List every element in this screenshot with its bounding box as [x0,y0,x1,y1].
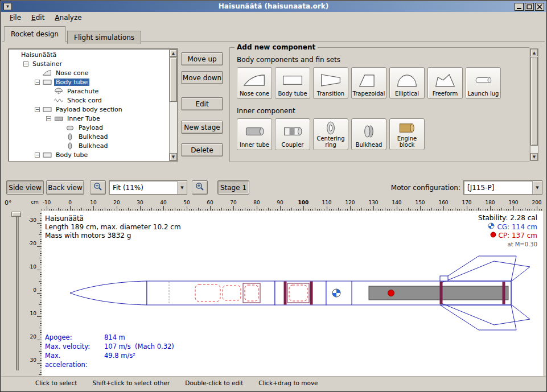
add-coupler-button[interactable]: Coupler [275,118,310,150]
close-icon [537,4,542,10]
edit-button[interactable]: Edit [181,97,223,110]
tree-item-bulkhead[interactable]: Bulkhead [9,141,168,150]
tree-item-body-tube[interactable]: −Body tube [9,77,168,86]
add-engine-block-button[interactable]: Engine block [389,118,425,150]
add-bulkhead-button[interactable]: Bulkhead [351,118,386,150]
scroll-up-button[interactable]: ▲ [530,49,538,56]
add-trapezoidal-button[interactable]: Trapezoidal [351,67,386,99]
scroll-up-button[interactable]: ▲ [170,49,177,57]
chevron-down-icon[interactable]: ▼ [532,181,542,194]
zoom-in-button[interactable] [192,180,208,195]
move-down-button[interactable]: Move down [181,71,223,84]
add-centering-ring-button[interactable]: Centering ring [313,118,348,150]
tab-flight-simulations[interactable]: Flight simulations [67,31,141,44]
add-transition-button[interactable]: Transition [313,67,348,99]
stability-value: Stability: 2.28 cal [478,214,537,222]
tree-item-nose-cone[interactable]: Nose cone [9,68,168,77]
svg-text:80: 80 [253,200,260,205]
svg-text:180: 180 [485,200,495,205]
add-elliptical-button[interactable]: Elliptical [389,67,425,99]
tree-item-sustainer[interactable]: −Sustainer [9,59,168,68]
engine-block-icon [396,121,418,135]
body-tube-icon [281,69,304,90]
tree-expander-icon[interactable]: − [23,61,28,67]
tree-item-payload-body-section[interactable]: −Payload body section [9,105,168,114]
tree-scrollbar[interactable]: ▲ ▼ [169,49,178,161]
add-component-scrollbar[interactable]: ▲ ▼ [530,48,538,161]
zoom-select[interactable]: Fit (11%) ▼ [109,180,187,195]
tree-item-shock-cord[interactable]: Shock cord [9,96,168,105]
maximize-button[interactable] [525,3,534,11]
tree-item-label: Inner Tube [65,115,102,122]
tree-item-body-tube[interactable]: −Body tube [9,150,168,159]
tree-item-parachute[interactable]: Parachute [9,86,168,96]
motor-configuration-select[interactable]: [J115-P] ▼ [463,180,542,195]
tree-action-buttons: Move upMove downEditNew stageDelete [181,52,223,156]
svg-text:140: 140 [392,200,401,205]
new-stage-button[interactable]: New stage [181,121,223,134]
menu-item-file[interactable]: File [5,12,26,23]
svg-text:200: 200 [532,200,541,205]
svg-text:-10: -10 [43,200,51,205]
scroll-down-button[interactable]: ▼ [170,153,177,160]
tree-item-bulkhead[interactable]: Bulkhead [9,132,168,141]
scrollbar-thumb[interactable] [530,57,538,146]
menu-item-analyze[interactable]: Analyze [50,12,87,23]
stability-info: Stability: 2.28 cal CG: 114 cm CP: 137 c… [478,214,537,249]
add-launch-lug-button[interactable]: Launch lug [466,67,501,99]
title-bar[interactable]: ▾ Haisunäätä (haisunaata.ork) [1,1,546,12]
rocket-mass: Mass with motors 3832 g [45,232,181,240]
svg-text:120: 120 [345,200,355,205]
svg-text:20: 20 [113,200,120,205]
add-freeform-button[interactable]: Freeform [427,67,463,99]
scrollbar-thumb[interactable] [170,57,177,102]
minimize-button[interactable] [515,3,524,11]
status-hint: Click+drag to move [258,379,318,386]
component-tree[interactable]: Haisunäätä−SustainerNose cone−Body tubeP… [8,48,178,162]
tab-rocket-design[interactable]: Rocket design [4,26,65,42]
add-component-title: Add new component [235,43,318,51]
add-nose-cone-button[interactable]: Nose cone [237,67,272,99]
tree-item-label: Nose cone [54,69,90,77]
svg-text:110: 110 [322,200,331,205]
menu-item-edit[interactable]: Edit [26,12,50,23]
svg-text:190: 190 [508,200,518,205]
tree-item-inner-tube[interactable]: −Inner Tube [9,114,168,123]
stage-1-toggle[interactable]: Stage 1 [217,180,249,195]
tree-expander-icon[interactable]: − [35,80,40,85]
zoom-out-button[interactable] [90,180,106,195]
tube-coupler-icon [54,160,64,162]
add-body-tube-button[interactable]: Body tube [275,67,310,99]
rotation-slider[interactable] [16,212,19,370]
svg-text:40: 40 [160,200,167,205]
rotation-slider-handle[interactable] [11,212,21,217]
side-view-button[interactable]: Side view [6,180,44,195]
svg-text:-20: -20 [29,241,36,246]
tree-item-tube-coupler[interactable]: Tube coupler [9,159,168,162]
tree-item-payload[interactable]: Payload [9,123,168,132]
rocket-canvas[interactable]: Haisunäätä Length 189 cm, max. diameter … [42,211,543,376]
close-button[interactable] [535,3,544,11]
status-bar: Click to selectShift+click to select oth… [1,376,546,391]
svg-text:30: 30 [30,357,37,363]
tree-expander-icon[interactable]: − [35,152,40,158]
add-inner-tube-button[interactable]: Inner tube [237,118,272,150]
body-tube-icon [42,151,52,159]
tree-expander-icon[interactable]: − [35,107,40,112]
flight-info-row: Max. velocity:107 m/s (Mach 0.32) [45,342,174,351]
flight-info-row: Max. acceleration:49.8 m/s² [45,351,174,369]
cp-value: CP: 137 cm [499,232,537,240]
tree-item-label: Bulkhead [77,133,109,141]
launch-lug[interactable] [440,276,448,281]
delete-button[interactable]: Delete [181,143,223,156]
back-view-button[interactable]: Back view [46,180,84,195]
tree-expander-icon[interactable]: − [46,116,51,121]
scroll-down-button[interactable]: ▼ [530,153,538,160]
tree-item-haisunäätä[interactable]: Haisunäätä [9,50,168,59]
tree-item-label: Shock cord [65,97,104,104]
svg-text:90: 90 [277,200,283,205]
move-up-button[interactable]: Move up [181,52,223,65]
bulkhead-icon [357,121,380,142]
chevron-down-icon[interactable]: ▼ [177,181,187,194]
elliptical-fin-icon [396,69,418,90]
